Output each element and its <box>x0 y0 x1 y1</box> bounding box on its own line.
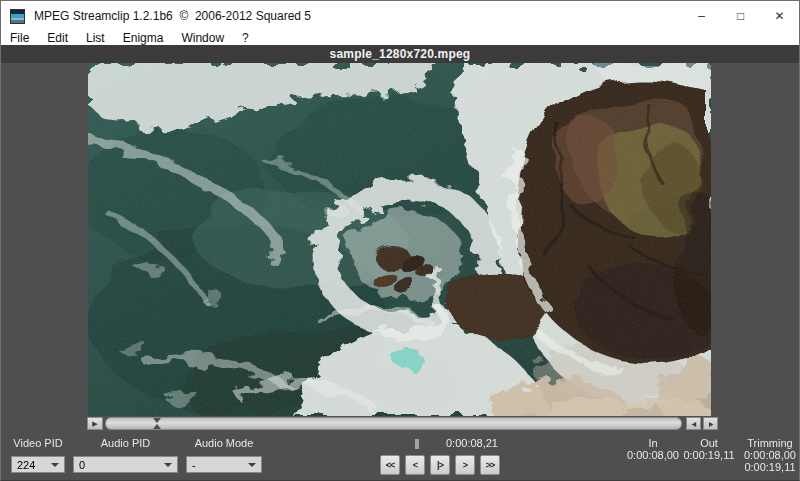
step-back-button[interactable]: < <box>405 455 425 475</box>
menu-enigma[interactable]: Enigma <box>114 31 173 45</box>
play-button[interactable]: |> <box>430 455 450 475</box>
scrubber: ▶ ◀| |▶ <box>87 417 718 430</box>
in-point: In 0:00:08,00 <box>621 437 685 461</box>
chevron-down-icon <box>51 463 59 467</box>
app-window: MPEG Streamclip 1.2.1b6 © 2006-2012 Squa… <box>0 0 800 481</box>
chevron-down-icon <box>164 463 172 467</box>
frame-forward-button[interactable]: |▶ <box>703 417 718 430</box>
out-value: 0:00:19,11 <box>677 449 741 461</box>
audio-pid-label: Audio PID <box>73 437 178 449</box>
menu-window[interactable]: Window <box>172 31 233 45</box>
menu-bar: File Edit List Enigma Window ? <box>1 31 799 45</box>
audio-mode-value: - <box>192 459 196 471</box>
minimize-button[interactable]: – <box>682 1 721 31</box>
menu-list[interactable]: List <box>77 31 114 45</box>
playhead-thumb[interactable] <box>153 418 162 429</box>
fast-forward-button[interactable]: >> <box>480 455 500 475</box>
step-forward-button[interactable]: > <box>455 455 475 475</box>
scrubber-play-button[interactable]: ▶ <box>87 417 103 430</box>
rewind-button[interactable]: << <box>380 455 400 475</box>
chevron-down-icon <box>248 463 256 467</box>
video-pid-label: Video PID <box>11 437 65 449</box>
video-pid-value: 224 <box>17 459 35 471</box>
play-icon: ▶ <box>92 420 97 428</box>
app-icon <box>10 9 25 24</box>
in-value: 0:00:08,00 <box>621 449 685 461</box>
maximize-button[interactable]: □ <box>721 1 760 31</box>
menu-help[interactable]: ? <box>233 31 258 45</box>
video-player-surface <box>88 63 711 416</box>
menu-edit[interactable]: Edit <box>38 31 77 45</box>
clip-title-strip: sample_1280x720.mpeg <box>1 45 799 63</box>
scrubber-track[interactable] <box>105 417 682 430</box>
video-frame <box>88 63 711 416</box>
in-label: In <box>621 437 685 449</box>
close-button[interactable]: ✕ <box>760 1 799 31</box>
window-title: MPEG Streamclip 1.2.1b6 © 2006-2012 Squa… <box>34 9 311 23</box>
audio-mode-label: Audio Mode <box>186 437 262 449</box>
trimming-info: Trimming 0:00:08,00 0:00:19,11 <box>741 437 799 473</box>
audio-mode-select[interactable]: - <box>186 456 262 473</box>
title-bar: MPEG Streamclip 1.2.1b6 © 2006-2012 Squa… <box>1 1 799 31</box>
frame-back-button[interactable]: ◀| <box>686 417 701 430</box>
trimming-end-value: 0:00:19,11 <box>741 461 799 473</box>
trimming-start-value: 0:00:08,00 <box>741 449 799 461</box>
audio-pid-select[interactable]: 0 <box>73 456 178 473</box>
menu-file[interactable]: File <box>1 31 38 45</box>
step-back-icon: ◀| <box>691 420 695 427</box>
out-point: Out 0:00:19,11 <box>677 437 741 461</box>
step-forward-icon: |▶ <box>708 420 712 427</box>
clip-title: sample_1280x720.mpeg <box>330 47 471 61</box>
window-controls: – □ ✕ <box>682 1 799 31</box>
video-pid-select[interactable]: 224 <box>11 456 65 473</box>
trimming-label: Trimming <box>741 437 799 449</box>
out-label: Out <box>677 437 741 449</box>
audio-pid-value: 0 <box>79 459 85 471</box>
pause-indicator-icon <box>415 439 419 449</box>
current-time: 0:00:08,21 <box>432 437 512 449</box>
